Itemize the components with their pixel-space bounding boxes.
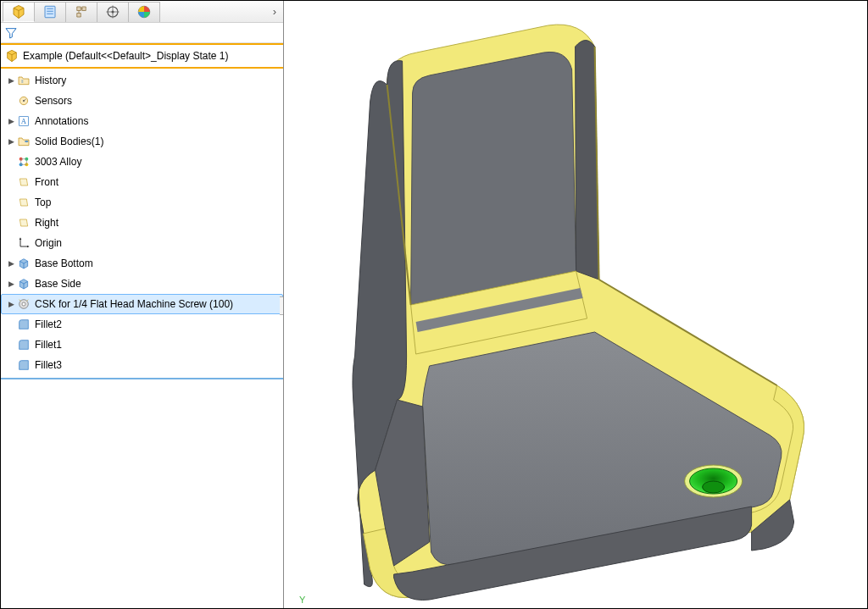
- tree-item-csk-hole[interactable]: ▶ CSK for 1/4 Flat Head Machine Screw (1…: [1, 294, 283, 314]
- tree-item-fillet1[interactable]: Fillet1: [1, 335, 283, 355]
- tree-item-material[interactable]: 3003 Alloy: [1, 152, 283, 172]
- filter-row[interactable]: [1, 23, 283, 43]
- solidbody-icon: [16, 134, 31, 149]
- fillet-icon: [16, 357, 31, 373]
- expander-icon[interactable]: ▶: [8, 117, 14, 125]
- countersink-hole-render: [685, 465, 743, 497]
- tree-item-origin[interactable]: Origin: [1, 233, 283, 253]
- tab-display-manager[interactable]: [128, 2, 160, 22]
- svg-text:A: A: [21, 117, 27, 125]
- tab-configuration-manager[interactable]: [65, 2, 97, 22]
- panel-tabstrip: ›: [1, 1, 283, 23]
- part-icon: [4, 48, 19, 64]
- tree-item-top-plane[interactable]: Top: [1, 192, 283, 213]
- root-label: Example (Default<<Default>_Display State…: [23, 50, 228, 62]
- expander-icon[interactable]: ▶: [8, 300, 14, 308]
- annotation-icon: A: [16, 113, 31, 129]
- expander-icon[interactable]: ▶: [8, 137, 14, 146]
- feature-tree[interactable]: ▶ History Sensors ▶ A Annotations ▶ Soli…: [1, 69, 283, 608]
- graphics-viewport[interactable]: Y: [284, 1, 867, 608]
- extrude-icon: [16, 276, 31, 291]
- svg-rect-0: [45, 6, 55, 18]
- tree-item-solid-bodies[interactable]: ▶ Solid Bodies(1): [1, 131, 283, 152]
- tree-root-node[interactable]: Example (Default<<Default>_Display State…: [1, 43, 283, 69]
- axis-label-y: Y: [299, 595, 305, 605]
- extrude-icon: [16, 256, 31, 271]
- tree-item-right-plane[interactable]: Right: [1, 213, 283, 233]
- expander-icon[interactable]: ▶: [8, 259, 14, 268]
- hole-wizard-icon: [16, 296, 31, 312]
- expander-icon[interactable]: ▶: [8, 76, 14, 85]
- tree-item-base-bottom[interactable]: ▶ Base Bottom: [1, 253, 283, 274]
- svg-point-7: [112, 11, 114, 14]
- fillet-icon: [16, 317, 31, 332]
- material-icon: [16, 154, 31, 169]
- expander-icon[interactable]: ▶: [8, 280, 14, 288]
- tab-feature-manager[interactable]: [3, 2, 35, 22]
- svg-point-29: [703, 481, 725, 493]
- svg-point-26: [22, 302, 25, 306]
- svg-marker-24: [27, 246, 30, 248]
- svg-point-10: [23, 100, 25, 102]
- model-render: [303, 1, 828, 608]
- tree-item-front-plane[interactable]: Front: [1, 172, 283, 192]
- tree-item-base-side[interactable]: ▶ Base Side: [1, 274, 283, 294]
- tree-item-fillet3[interactable]: Fillet3: [1, 355, 283, 375]
- plane-icon: [16, 174, 31, 190]
- rollback-bar[interactable]: [1, 378, 283, 379]
- plane-icon: [16, 215, 31, 230]
- panel-expand-chevron[interactable]: ›: [266, 5, 283, 18]
- fillet-icon: [16, 337, 31, 352]
- tab-property-manager[interactable]: [34, 2, 66, 22]
- filter-icon: [4, 26, 18, 40]
- tree-item-history[interactable]: ▶ History: [1, 70, 283, 91]
- tree-item-fillet2[interactable]: Fillet2: [1, 314, 283, 335]
- plane-icon: [16, 195, 31, 210]
- tree-item-sensors[interactable]: Sensors: [1, 91, 283, 111]
- svg-marker-23: [19, 237, 22, 240]
- folder-icon: [16, 73, 31, 88]
- tab-dimxpert-manager[interactable]: [97, 2, 129, 22]
- sensor-icon: [16, 93, 31, 108]
- tree-item-annotations[interactable]: ▶ A Annotations: [1, 111, 283, 131]
- origin-icon: [16, 235, 31, 251]
